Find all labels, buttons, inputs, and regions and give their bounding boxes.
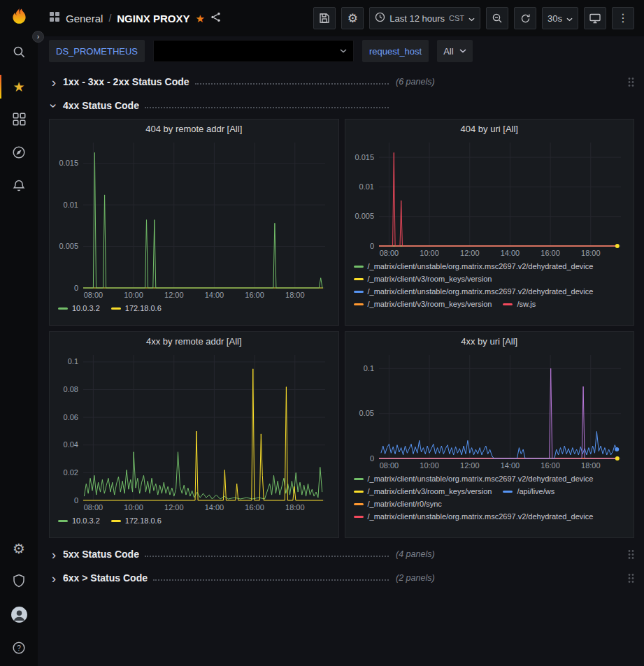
datasource-variable-select[interactable] [153,40,354,62]
legend-item[interactable]: /_matrix/client/r0/sync [354,499,442,509]
sidebar-item-dashboards[interactable] [0,103,38,137]
dotted-leader [145,556,389,557]
time-series-chart[interactable]: 00.0050.010.01508:0010:0012:0014:0016:00… [351,138,628,259]
sidebar: ★ ⚙ [0,0,38,666]
bell-icon [12,179,26,196]
legend-item[interactable]: 10.0.3.2 [58,516,100,526]
svg-text:12:00: 12:00 [460,461,480,470]
svg-text:14:00: 14:00 [500,461,520,470]
svg-text:0.015: 0.015 [355,153,374,161]
dotted-leader [153,579,389,581]
more-options-button[interactable]: ⋮ [612,7,634,29]
row-title[interactable]: 4xx Status Code [63,100,139,111]
dashboard-title[interactable]: NGINX PROXY [117,13,189,24]
svg-text:0: 0 [74,496,78,505]
sidebar-item-alerting[interactable] [0,171,38,204]
dotted-leader [145,107,389,108]
top-navigation: General / NGINX PROXY ★ ⚙ [38,0,644,36]
grafana-logo[interactable] [10,6,29,28]
favorite-star-icon[interactable]: ★ [195,13,204,24]
panel-title[interactable]: 404 by remote addr [All] [50,120,338,138]
sidebar-item-search[interactable] [0,36,38,70]
row-title[interactable]: 6xx > Status Code [63,572,148,584]
drag-handle-icon[interactable] [628,549,634,560]
svg-text:18:00: 18:00 [581,249,601,257]
panel-grid: 404 by remote addr [All]00.0050.010.0150… [49,119,634,538]
breadcrumb-separator: / [108,13,111,24]
svg-text:16:00: 16:00 [541,461,560,470]
legend-item[interactable]: /_matrix/client/v3/room_keys/version [354,299,492,309]
svg-text:08:00: 08:00 [379,249,399,257]
time-series-chart[interactable]: 00.050.108:0010:0012:0014:0016:0018:00 [351,351,628,471]
svg-text:0.005: 0.005 [355,212,374,220]
time-range-picker[interactable]: Last 12 hours CST [369,7,480,29]
legend-item[interactable]: /_matrix/client/unstable/org.matrix.msc2… [354,512,594,521]
svg-text:0.01: 0.01 [64,201,78,209]
svg-text:0.1: 0.1 [68,357,78,365]
variables-submenu: DS_PROMETHEUS request_host All [38,36,644,67]
save-dashboard-button[interactable] [313,7,336,29]
panel-title[interactable]: 4xx by remote addr [All] [50,332,338,351]
refresh-button[interactable] [514,7,536,29]
legend-item[interactable]: /sw.js [503,299,536,309]
tv-mode-button[interactable] [584,7,606,29]
avatar [10,606,28,626]
legend-item[interactable]: /_matrix/client/unstable/org.matrix.msc2… [354,287,594,296]
legend-item[interactable]: 172.18.0.6 [111,303,162,313]
sidebar-item-explore[interactable] [0,137,38,171]
panel-4: 4xx by uri [All]00.050.108:0010:0012:001… [345,331,635,538]
drag-handle-icon[interactable] [628,573,634,584]
sidebar-expand-button[interactable]: › [32,31,44,43]
chevron-right-icon: › [49,572,59,585]
row-6xx-status-code[interactable]: › 6xx > Status Code (2 panels) [49,567,634,588]
svg-text:0.01: 0.01 [359,182,373,191]
share-icon[interactable] [210,12,221,25]
request-host-variable-select[interactable]: All [437,40,472,62]
search-icon [12,45,26,61]
time-series-chart[interactable]: 00.0050.010.01508:0010:0012:0014:0016:00… [55,138,332,301]
chevron-down-icon [566,13,573,24]
panel-title[interactable]: 404 by uri [All] [345,120,634,138]
legend-item[interactable]: /_matrix/client/unstable/org.matrix.msc2… [354,474,594,484]
sidebar-item-server-admin[interactable] [0,565,38,599]
shield-icon [13,574,25,591]
sidebar-item-starred[interactable]: ★ [0,70,38,103]
legend-item[interactable]: /_matrix/client/unstable/org.matrix.msc2… [354,261,594,271]
row-title[interactable]: 1xx - 3xx - 2xx Status Code [63,76,189,87]
svg-text:0: 0 [74,284,78,292]
drag-handle-icon[interactable] [628,77,634,87]
svg-text:18:00: 18:00 [285,291,305,299]
row-4xx-status-code[interactable]: › 4xx Status Code [49,95,634,116]
legend-item[interactable]: 10.0.3.2 [58,303,100,313]
sidebar-item-configuration[interactable]: ⚙ [0,532,38,565]
kebab-icon: ⋮ [617,13,629,24]
sidebar-item-profile[interactable] [0,599,38,632]
refresh-interval-select[interactable]: 30s [542,7,578,29]
panel-legend: /_matrix/client/unstable/org.matrix.msc2… [345,259,634,313]
row-1xx-3xx-2xx-status-code[interactable]: › 1xx - 3xx - 2xx Status Code (6 panels) [49,71,634,92]
row-5xx-status-code[interactable]: › 5xx Status Code (4 panels) [49,544,634,565]
breadcrumb: General / NGINX PROXY ★ [49,11,221,25]
zoom-out-button[interactable] [486,7,508,29]
dashboard-settings-button[interactable]: ⚙ [341,7,364,29]
legend-item[interactable]: /_matrix/client/v3/room_keys/version [354,486,492,496]
time-zone-label: CST [449,14,464,22]
panel-title[interactable]: 4xx by uri [All] [345,332,634,351]
svg-text:14:00: 14:00 [500,249,520,257]
compass-icon [12,145,26,162]
svg-text:16:00: 16:00 [541,249,560,257]
svg-text:0.005: 0.005 [59,242,79,250]
svg-text:0.04: 0.04 [64,440,78,449]
sidebar-item-help[interactable]: ? [0,632,38,666]
svg-text:0.1: 0.1 [363,364,373,372]
legend-item[interactable]: /api/live/ws [503,486,554,496]
legend-item[interactable]: /_matrix/client/v3/room_keys/version [354,274,492,284]
row-title[interactable]: 5xx Status Code [63,549,139,560]
dashboards-grid-icon[interactable] [49,11,60,25]
gear-icon: ⚙ [348,13,358,24]
time-series-chart[interactable]: 00.020.040.060.080.108:0010:0012:0014:00… [55,351,332,513]
legend-item[interactable]: 172.18.0.6 [111,516,162,526]
gear-icon: ⚙ [13,542,25,556]
breadcrumb-section[interactable]: General [66,13,103,24]
svg-text:0.05: 0.05 [359,409,373,417]
